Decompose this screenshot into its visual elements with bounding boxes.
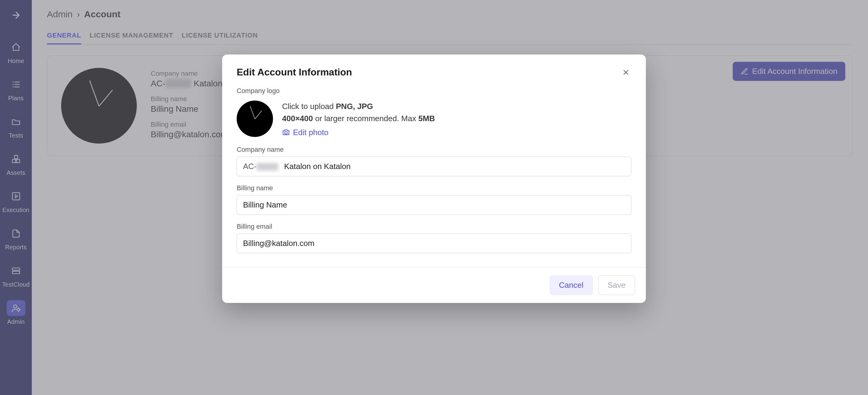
billing-name-input-label: Billing name	[237, 184, 631, 192]
upload-hint: Click to upload PNG, JPG 400×400 or larg…	[282, 100, 435, 125]
modal-title: Edit Account Information	[237, 67, 352, 78]
billing-email-input-label: Billing email	[237, 223, 631, 230]
billing-email-input[interactable]	[237, 233, 631, 253]
company-logo-preview[interactable]	[237, 101, 273, 137]
billing-name-input[interactable]	[237, 195, 631, 215]
save-button[interactable]: Save	[598, 275, 635, 295]
close-icon	[622, 68, 630, 76]
modal-overlay[interactable]: Edit Account Information Company logo Cl…	[0, 0, 868, 395]
company-logo-label: Company logo	[237, 87, 631, 95]
svg-point-18	[285, 132, 287, 134]
modal-close-button[interactable]	[620, 67, 631, 78]
company-name-input[interactable]: AC-xxxxx Katalon on Katalon	[237, 157, 631, 176]
camera-icon	[282, 129, 290, 136]
edit-photo-link[interactable]: Edit photo	[282, 128, 435, 137]
company-name-input-label: Company name	[237, 146, 631, 153]
cancel-button[interactable]: Cancel	[550, 275, 593, 295]
edit-account-modal: Edit Account Information Company logo Cl…	[222, 55, 646, 303]
edit-photo-label: Edit photo	[293, 128, 329, 137]
